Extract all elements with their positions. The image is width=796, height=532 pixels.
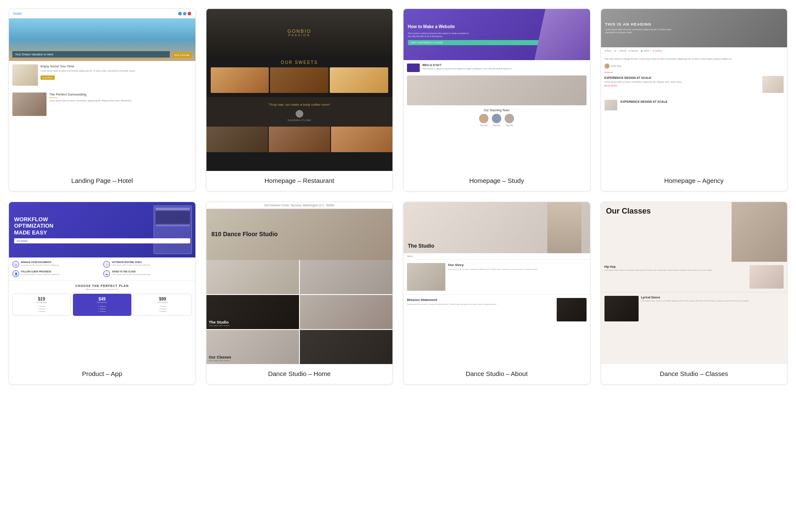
- hotel-section2-body: Lorem ipsum dolor sit amet, consectetur …: [49, 99, 192, 102]
- app-price-pro-f2: ✓ Feature: [75, 308, 129, 310]
- member-1-name: Teacher: [480, 124, 488, 127]
- card-app[interactable]: WorkFlow OPTIMIZATION MADE EaSY Get Star…: [9, 202, 196, 385]
- study-who-icon: [407, 64, 420, 72]
- hotel-hero-overlay: Your Dream Vacation is Here: [12, 51, 170, 58]
- hotel-hero-btn: Book a Room ▶: [172, 52, 192, 58]
- hotel-nav: hotel: [9, 9, 195, 18]
- dance-classes-title: Our Classes: [606, 207, 727, 216]
- restaurant-quote-text: "Truly had, set make a body coffee room": [212, 102, 388, 107]
- dance-about-preview: The Studio About Our Story Lorem ipsum d…: [404, 202, 590, 364]
- study-team-members: Teacher Teacher Teacher: [407, 114, 587, 127]
- app-price-basic-f1: ✓ Feature: [15, 305, 69, 307]
- dance-about-mission-body: Lorem ipsum dolor sit amet, consectetur …: [407, 303, 554, 306]
- dance-cell-dancer2: [300, 260, 392, 294]
- dance-about-nav: About: [404, 253, 590, 260]
- card-study[interactable]: How to Make a Website This course is aim…: [403, 9, 590, 191]
- restaurant-bottom-1: [206, 127, 268, 152]
- hotel-section1-image: [12, 64, 38, 86]
- restaurant-logo-line1: GONBIO: [288, 29, 311, 34]
- dance-cell5-body: Lorem ipsum dolor sit amet: [209, 359, 296, 361]
- app-feature-1-body: Lorem ipsum dolor sit amet consectetur a…: [21, 264, 59, 266]
- app-price-pro: $49 PER MONTH ✓ Feature ✓ Feature ✓ Feat…: [73, 294, 131, 316]
- dance-cell5-title: Our Classes: [209, 355, 296, 359]
- agency-content: That said, before to change the text. Lo…: [601, 54, 787, 96]
- agency-nav-item-1: ★ Stars: [604, 49, 612, 52]
- app-price-basic-f3: ✓ Feature: [15, 310, 69, 312]
- app-label: Product – App: [9, 364, 195, 384]
- social-icon-pinterest: [188, 12, 191, 15]
- dance-home-hero: 810 Dance Floor Studio: [206, 209, 393, 260]
- app-feature-4-text: SAVED TO THE CLOUD Lorem ipsum dolor sit…: [112, 270, 150, 275]
- dance-classes-section2-image: [604, 296, 639, 321]
- study-hero-body: This course is aimed at anyone who wants…: [408, 32, 472, 38]
- agency-nav-item-3: △ Brand: [619, 49, 627, 52]
- study-classroom-image: [407, 75, 587, 105]
- dance-classes-label: Dance Studio – Classes: [601, 364, 787, 384]
- app-price-enterprise-period: PER MONTH: [136, 301, 190, 304]
- app-features: ◎ MANAGE YOUR DOCUMENTS Lorem ipsum dolo…: [9, 257, 195, 280]
- agency-author-name: JANE DOE: [611, 65, 622, 67]
- dance-about-story-image: [407, 263, 445, 291]
- dance-cell-image4: [300, 295, 392, 329]
- dance-classes-section1-image: [750, 265, 784, 289]
- hotel-divider: [49, 98, 58, 98]
- agency-hero: THIS IS AN HEADING Lorem ipsum dolor sit…: [601, 9, 787, 47]
- restaurant-sweets: OUR SWEETS: [206, 56, 393, 97]
- dance-classes-section2-body: Lorem ipsum dolor sit amet, consectetur …: [641, 300, 784, 302]
- dance-about-story-title: Our Story: [448, 263, 587, 267]
- app-price-enterprise-features: ✓ Feature ✓ Feature ✓ Feature: [136, 305, 190, 312]
- card-agency[interactable]: THIS IS AN HEADING Lorem ipsum dolor sit…: [601, 9, 788, 191]
- app-feature-3-icon: 👤: [12, 270, 19, 277]
- food-item-2: [270, 67, 328, 93]
- app-feature-2: ⚡ AUTOMATE ROUTINE TASKS Lorem ipsum dol…: [103, 261, 192, 268]
- member-2-avatar: [492, 114, 501, 123]
- dance-classes-hero-image: [732, 202, 787, 262]
- dance-about-story: Our Story Lorem ipsum dolor sit amet, co…: [404, 260, 590, 294]
- restaurant-author-avatar: [296, 110, 303, 118]
- app-price-basic-features: ✓ Feature ✓ Feature ✓ Feature: [15, 305, 69, 312]
- dance-about-hero: The Studio: [404, 202, 590, 253]
- dance-cell-image6: [300, 330, 392, 364]
- hotel-section2-image: [12, 93, 46, 116]
- app-feature-4-title: SAVED TO THE CLOUD: [112, 270, 150, 273]
- agency-exp2-title: EXPERIENCE DESIGN AT SCALE: [621, 100, 668, 104]
- dance-classes-preview: Our Classes Hip Hop Lorem ipsum dolor si…: [601, 202, 787, 364]
- dance-cell3-body: Lorem ipsum dolor sit amet: [209, 324, 296, 327]
- app-feature-3-text: FOLLOW CLIENT PROGRESS Lorem ipsum dolor…: [21, 270, 59, 275]
- hotel-preview: hotel Your Dream Vacation is Here Book a…: [9, 9, 195, 171]
- dance-classes-section2-title: Lyrical Dance: [641, 296, 784, 299]
- app-feature-2-text: AUTOMATE ROUTINE TASKS Lorem ipsum dolor…: [112, 261, 150, 266]
- member-3-name: Teacher: [505, 124, 513, 127]
- app-price-pro-f3: ✓ Feature: [75, 310, 129, 312]
- hotel-section1: Enjoy Some You-Time Lorem ipsum dolor si…: [9, 61, 195, 89]
- hotel-logo: hotel: [13, 12, 22, 16]
- study-team: Our Teaching Team Teacher Teacher Teache…: [404, 105, 590, 130]
- restaurant-quote: "Truly had, set make a body coffee room"…: [206, 97, 393, 127]
- app-price-enterprise-f1: ✓ Feature: [136, 305, 190, 307]
- app-feature-2-title: AUTOMATE ROUTINE TASKS: [112, 261, 150, 263]
- app-price-basic-f2: ✓ Feature: [15, 308, 69, 310]
- app-hero: WorkFlow OPTIMIZATION MADE EaSY Get Star…: [9, 202, 195, 257]
- app-pricing-title: CHOOSE THE PERFECT PLAN: [12, 284, 192, 287]
- study-hero: How to Make a Website This course is aim…: [404, 9, 590, 60]
- dance-home-title: 810 Dance Floor Studio: [212, 231, 278, 237]
- agency-exp1-title: EXPERIENCE DESIGN AT SCALE: [604, 76, 759, 80]
- card-restaurant[interactable]: GONBIO PASSION OUR SWEETS "Truly had, se…: [206, 9, 393, 191]
- card-hotel[interactable]: hotel Your Dream Vacation is Here Book a…: [9, 9, 196, 191]
- dance-home-content-grid: The Studio Lorem ipsum dolor sit amet Ou…: [206, 260, 393, 364]
- study-member-2: Teacher: [492, 114, 501, 127]
- card-dance-classes[interactable]: Our Classes Hip Hop Lorem ipsum dolor si…: [601, 202, 788, 385]
- dance-about-story-body: Lorem ipsum dolor sit amet, consectetur …: [448, 268, 587, 271]
- card-dance-about[interactable]: The Studio About Our Story Lorem ipsum d…: [403, 202, 590, 385]
- dance-cell-studio-text: The Studio Lorem ipsum dolor sit amet: [206, 295, 299, 329]
- hotel-section1-text: Enjoy Some You-Time Lorem ipsum dolor si…: [41, 64, 192, 80]
- app-pricing-cards: $19 PER MONTH ✓ Feature ✓ Feature ✓ Feat…: [12, 294, 192, 316]
- app-preview: WorkFlow OPTIMIZATION MADE EaSY Get Star…: [9, 202, 195, 364]
- app-feature-4: ☁ SAVED TO THE CLOUD Lorem ipsum dolor s…: [103, 270, 192, 277]
- agency-exp2-text: EXPERIENCE DESIGN AT SCALE: [621, 100, 668, 104]
- card-dance-home[interactable]: 810 Hansen Circle, Tacoma, Washington D.…: [206, 202, 393, 385]
- app-feature-4-body: Lorem ipsum dolor sit amet consectetur a…: [112, 273, 150, 275]
- study-who-text: Who is it for? This course is aimed at a…: [422, 64, 512, 70]
- hotel-label: Landing Page – Hotel: [9, 171, 195, 191]
- agency-divider: [604, 72, 613, 72]
